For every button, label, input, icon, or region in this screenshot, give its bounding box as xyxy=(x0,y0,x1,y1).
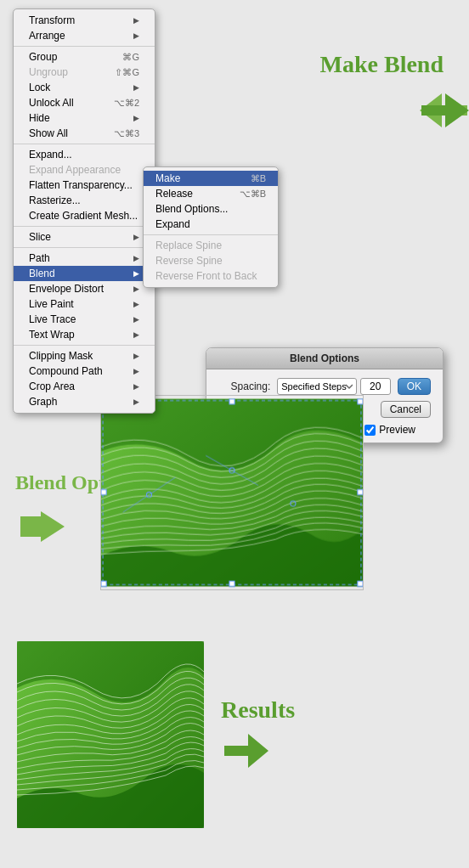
menu-item-ungroup[interactable]: Ungroup ⇧⌘G xyxy=(14,65,155,80)
submenu-arrow: ▶ xyxy=(133,397,139,406)
submenu-item-release[interactable]: Release ⌥⌘B xyxy=(144,186,278,201)
submenu-arrow: ▶ xyxy=(133,16,139,25)
submenu-reverse-front-label: Reverse Front to Back xyxy=(155,270,257,282)
menu-item-show-all[interactable]: Show All ⌥⌘3 xyxy=(14,126,155,141)
svg-rect-15 xyxy=(358,489,363,494)
menu-item-transform[interactable]: Transform ▶ xyxy=(14,13,155,28)
menu-item-ungroup-shortcut: ⇧⌘G xyxy=(115,67,139,78)
menu-item-group-label: Group xyxy=(29,51,57,63)
svg-rect-9 xyxy=(358,399,363,404)
menu-item-flatten[interactable]: Flatten Transparency... xyxy=(14,178,155,193)
menu-item-expand-label: Expand... xyxy=(29,149,72,161)
submenu-arrow: ▶ xyxy=(133,269,139,278)
cancel-button[interactable]: Cancel xyxy=(381,401,431,418)
submenu-blend-options-label: Blend Options... xyxy=(155,203,228,215)
dialog-titlebar: Blend Options xyxy=(206,348,443,369)
spacing-value-input[interactable] xyxy=(360,378,391,395)
menu-separator-4 xyxy=(14,247,155,248)
submenu-make-shortcut: ⌘B xyxy=(251,173,266,184)
blend-submenu: Make ⌘B Release ⌥⌘B Blend Options... Exp… xyxy=(143,166,279,288)
menu-item-path-label: Path xyxy=(29,252,50,264)
menu-item-graph-label: Graph xyxy=(29,396,57,408)
submenu-release-label: Release xyxy=(155,188,193,200)
make-blend-title: Make Blend xyxy=(320,51,444,78)
menu-item-unlock-all[interactable]: Unlock All ⌥⌘2 xyxy=(14,95,155,110)
menu-item-slice[interactable]: Slice ▶ xyxy=(14,229,155,245)
submenu-item-replace-spine[interactable]: Replace Spine xyxy=(144,238,278,253)
menu-item-hide[interactable]: Hide ▶ xyxy=(14,110,155,126)
blend-wave-art xyxy=(100,395,364,590)
submenu-expand-label: Expand xyxy=(155,218,190,230)
result-label-area: Results xyxy=(221,696,295,773)
preview-label: Preview xyxy=(379,424,415,436)
menu-separator-3 xyxy=(14,226,155,227)
menu-item-show-label: Show All xyxy=(29,127,68,139)
menu-item-rasterize[interactable]: Rasterize... xyxy=(14,193,155,208)
svg-marker-23 xyxy=(224,734,268,768)
submenu-arrow: ▶ xyxy=(133,254,139,262)
menu-item-gradient-mesh[interactable]: Create Gradient Mesh... xyxy=(14,208,155,223)
submenu-item-expand[interactable]: Expand xyxy=(144,217,278,232)
context-menu: Transform ▶ Arrange ▶ Group ⌘G Ungroup ⇧… xyxy=(13,8,155,414)
submenu-item-blend-options[interactable]: Blend Options... xyxy=(144,201,278,217)
menu-item-show-shortcut: ⌥⌘3 xyxy=(114,128,139,139)
spacing-row: Spacing: Specified Steps OK xyxy=(218,378,431,395)
menu-item-compound-label: Compound Path xyxy=(29,365,103,377)
menu-item-compound-path[interactable]: Compound Path ▶ xyxy=(14,364,155,379)
results-title: Results xyxy=(221,696,295,724)
menu-item-arrange[interactable]: Arrange ▶ xyxy=(14,28,155,43)
menu-item-envelope-distort[interactable]: Envelope Distort ▶ xyxy=(14,281,155,296)
submenu-arrow: ▶ xyxy=(133,367,139,375)
menu-item-ungroup-label: Ungroup xyxy=(29,66,68,78)
menu-item-graph[interactable]: Graph ▶ xyxy=(14,394,155,409)
svg-rect-10 xyxy=(101,581,106,586)
submenu-separator xyxy=(144,234,278,235)
menu-item-slice-label: Slice xyxy=(29,231,51,243)
menu-item-expand[interactable]: Expand... xyxy=(14,147,155,162)
menu-item-text-wrap[interactable]: Text Wrap ▶ xyxy=(14,327,155,342)
submenu-reverse-spine-label: Reverse Spine xyxy=(155,255,223,267)
svg-rect-13 xyxy=(229,581,234,586)
menu-item-expand-appearance-label: Expand Appearance xyxy=(29,164,121,176)
menu-item-text-wrap-label: Text Wrap xyxy=(29,329,75,341)
menu-item-blend[interactable]: Blend ▶ xyxy=(14,266,155,281)
submenu-arrow: ▶ xyxy=(133,330,139,339)
blend-options-arrow xyxy=(19,510,66,547)
menu-item-lock-label: Lock xyxy=(29,82,50,93)
menu-item-crop-label: Crop Area xyxy=(29,380,75,392)
menu-item-expand-appearance[interactable]: Expand Appearance xyxy=(14,162,155,178)
menu-item-live-paint-label: Live Paint xyxy=(29,298,74,310)
preview-checkbox[interactable] xyxy=(364,425,376,436)
svg-marker-2 xyxy=(20,511,65,542)
submenu-item-make[interactable]: Make ⌘B xyxy=(144,171,278,186)
menu-item-path[interactable]: Path ▶ xyxy=(14,251,155,266)
menu-item-group[interactable]: Group ⌘G xyxy=(14,49,155,65)
submenu-item-reverse-spine[interactable]: Reverse Spine xyxy=(144,253,278,268)
menu-item-crop-area[interactable]: Crop Area ▶ xyxy=(14,379,155,394)
svg-marker-1 xyxy=(421,93,469,127)
menu-item-live-trace-label: Live Trace xyxy=(29,313,76,325)
spacing-select[interactable]: Specified Steps xyxy=(277,378,356,395)
menu-item-flatten-label: Flatten Transparency... xyxy=(29,179,133,191)
menu-item-clipping-mask[interactable]: Clipping Mask ▶ xyxy=(14,348,155,364)
ok-button[interactable]: OK xyxy=(398,378,431,395)
result-section: Results xyxy=(0,624,469,845)
menu-item-live-trace[interactable]: Live Trace ▶ xyxy=(14,312,155,327)
menu-item-blend-label: Blend xyxy=(29,268,55,279)
result-art-container xyxy=(17,641,204,828)
submenu-arrow: ▶ xyxy=(133,352,139,360)
menu-item-unlock-shortcut: ⌥⌘2 xyxy=(114,98,139,109)
menu-item-lock[interactable]: Lock ▶ xyxy=(14,80,155,95)
svg-rect-14 xyxy=(101,489,106,494)
menu-item-group-shortcut: ⌘G xyxy=(122,52,139,63)
submenu-item-reverse-front[interactable]: Reverse Front to Back xyxy=(144,268,278,284)
menu-item-clipping-label: Clipping Mask xyxy=(29,350,93,362)
menu-separator-1 xyxy=(14,46,155,47)
make-blend-section: Make Blend Transform ▶ Arrange ▶ Group ⌘… xyxy=(0,0,469,331)
submenu-arrow: ▶ xyxy=(133,315,139,324)
menu-item-live-paint[interactable]: Live Paint ▶ xyxy=(14,296,155,312)
result-wave-art xyxy=(17,641,204,828)
submenu-arrow: ▶ xyxy=(133,31,139,40)
submenu-arrow: ▶ xyxy=(133,382,139,391)
spacing-label: Spacing: xyxy=(218,380,270,392)
